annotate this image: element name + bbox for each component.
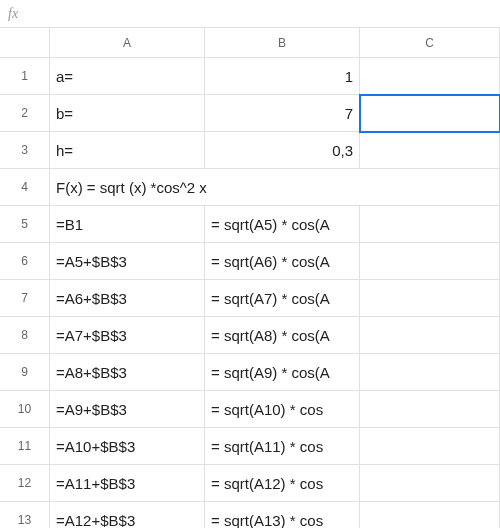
cell-C5[interactable] (360, 206, 500, 243)
cell-A11[interactable]: =A10+$B$3 (50, 428, 205, 465)
select-all-corner[interactable] (0, 28, 50, 58)
row-header[interactable]: 7 (0, 280, 50, 317)
fx-icon: fx (8, 6, 18, 22)
formula-input[interactable] (30, 0, 492, 27)
row-header[interactable]: 3 (0, 132, 50, 169)
cell-B13[interactable]: = sqrt(A13) * cos (205, 502, 360, 528)
cell-B3[interactable]: 0,3 (205, 132, 360, 169)
cell-A6[interactable]: =A5+$B$3 (50, 243, 205, 280)
cell-A9[interactable]: =A8+$B$3 (50, 354, 205, 391)
row-header[interactable]: 5 (0, 206, 50, 243)
cell-C9[interactable] (360, 354, 500, 391)
cell-C2[interactable] (360, 95, 500, 132)
cell-A13[interactable]: =A12+$B$3 (50, 502, 205, 528)
cell-B11[interactable]: = sqrt(A11) * cos (205, 428, 360, 465)
cell-C7[interactable] (360, 280, 500, 317)
cell-A12[interactable]: =A11+$B$3 (50, 465, 205, 502)
cell-A10[interactable]: =A9+$B$3 (50, 391, 205, 428)
cell-A1[interactable]: a= (50, 58, 205, 95)
row-header[interactable]: 1 (0, 58, 50, 95)
cell-B2[interactable]: 7 (205, 95, 360, 132)
spreadsheet-grid: A B C 1 a= 1 2 b= 7 3 h= 0,3 4 F(x) = sq… (0, 28, 500, 528)
row-header[interactable]: 6 (0, 243, 50, 280)
formula-bar: fx (0, 0, 500, 28)
col-header-A[interactable]: A (50, 28, 205, 58)
cell-B5[interactable]: = sqrt(A5) * cos(A (205, 206, 360, 243)
cell-C8[interactable] (360, 317, 500, 354)
row-header[interactable]: 2 (0, 95, 50, 132)
cell-A5[interactable]: =B1 (50, 206, 205, 243)
row-header[interactable]: 10 (0, 391, 50, 428)
cell-B1[interactable]: 1 (205, 58, 360, 95)
row-header[interactable]: 8 (0, 317, 50, 354)
row-header[interactable]: 9 (0, 354, 50, 391)
cell-A3[interactable]: h= (50, 132, 205, 169)
cell-B8[interactable]: = sqrt(A8) * cos(A (205, 317, 360, 354)
cell-B7[interactable]: = sqrt(A7) * cos(A (205, 280, 360, 317)
cell-C6[interactable] (360, 243, 500, 280)
cell-C13[interactable] (360, 502, 500, 528)
cell-B9[interactable]: = sqrt(A9) * cos(A (205, 354, 360, 391)
cell-C11[interactable] (360, 428, 500, 465)
row-header[interactable]: 12 (0, 465, 50, 502)
cell-C3[interactable] (360, 132, 500, 169)
cell-A2[interactable]: b= (50, 95, 205, 132)
col-header-C[interactable]: C (360, 28, 500, 58)
cell-A4[interactable]: F(x) = sqrt (x) *cos^2 x (50, 169, 500, 206)
cell-B6[interactable]: = sqrt(A6) * cos(A (205, 243, 360, 280)
cell-A8[interactable]: =A7+$B$3 (50, 317, 205, 354)
row-header[interactable]: 11 (0, 428, 50, 465)
col-header-B[interactable]: B (205, 28, 360, 58)
row-header[interactable]: 13 (0, 502, 50, 528)
cell-B10[interactable]: = sqrt(A10) * cos (205, 391, 360, 428)
row-header[interactable]: 4 (0, 169, 50, 206)
cell-B12[interactable]: = sqrt(A12) * cos (205, 465, 360, 502)
cell-C1[interactable] (360, 58, 500, 95)
cell-C10[interactable] (360, 391, 500, 428)
cell-A7[interactable]: =A6+$B$3 (50, 280, 205, 317)
cell-C12[interactable] (360, 465, 500, 502)
